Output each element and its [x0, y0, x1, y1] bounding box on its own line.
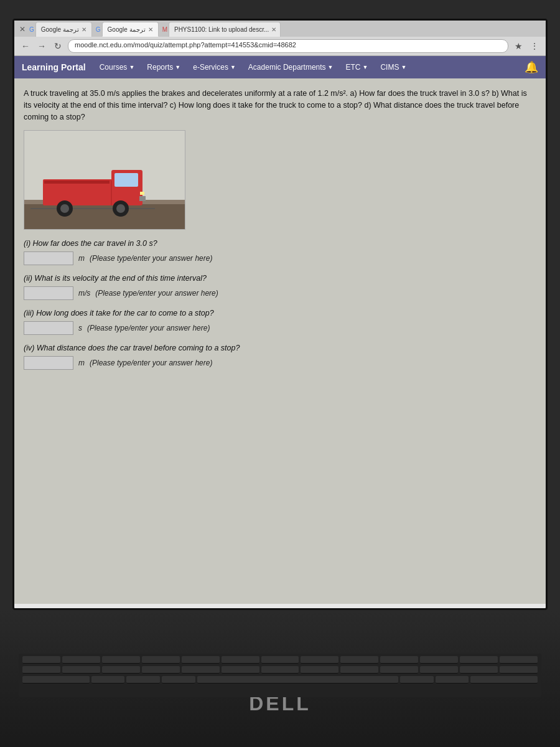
nav-courses-label: Courses: [100, 63, 128, 72]
notification-bell-icon[interactable]: 🔔: [525, 60, 538, 74]
part-iv-label: (iv) What distance does the car travel b…: [24, 344, 536, 352]
tab-favicon-1: G: [29, 26, 34, 33]
svg-rect-4: [44, 181, 110, 184]
keyboard-row-2: [19, 664, 541, 674]
tab-3-close[interactable]: ✕: [271, 26, 276, 33]
key: [420, 656, 458, 664]
bookmark-button[interactable]: ★: [512, 40, 525, 52]
eservices-chevron-icon: ▼: [230, 64, 236, 70]
svg-rect-10: [140, 192, 144, 195]
tab-2-close[interactable]: ✕: [148, 26, 153, 33]
part-ii-input[interactable]: [24, 286, 73, 300]
part-iii-label: (iii) How long does it take for the car …: [24, 309, 536, 317]
main-content: A truck traveling at 35.0 m/s applies th…: [14, 78, 546, 604]
question-part-i: (i) How far does the car travel in 3.0 s…: [24, 239, 536, 265]
part-iv-input[interactable]: [24, 356, 73, 370]
academic-chevron-icon: ▼: [328, 64, 334, 70]
key: [22, 676, 90, 684]
tab-1[interactable]: Google ترجمة ✕: [35, 22, 92, 37]
key: [261, 666, 299, 674]
keyboard-row-1: [19, 654, 541, 664]
tab-favicon-2: G: [96, 26, 101, 33]
tab-1-close[interactable]: ✕: [82, 26, 86, 33]
part-ii-unit: m/s: [78, 289, 90, 298]
key: [380, 666, 418, 674]
nav-cims[interactable]: CIMS ▼: [375, 60, 411, 74]
key: [102, 666, 140, 674]
key: [142, 666, 180, 674]
key: [470, 676, 538, 684]
key: [91, 676, 125, 684]
key: [22, 656, 60, 664]
address-bar[interactable]: moodle.nct.edu.om/mod/quiz/attempt.php?a…: [68, 39, 508, 53]
tab-3-label: PHYS1100: Link to upload descr...: [174, 26, 269, 33]
part-i-input[interactable]: [24, 251, 73, 265]
nav-eservices[interactable]: e-Services ▼: [188, 60, 241, 74]
part-i-unit: m: [78, 254, 85, 263]
menu-button[interactable]: ⋮: [528, 40, 541, 52]
part-iv-hint: (Please type/enter your answer here): [90, 359, 212, 367]
tab-3[interactable]: PHYS1100: Link to upload descr... ✕: [169, 22, 281, 37]
close-icon[interactable]: ✕: [19, 25, 26, 34]
laptop-bottom: DELL: [0, 610, 560, 747]
part-iv-unit: m: [78, 359, 85, 367]
part-iv-answer-row: m (Please type/enter your answer here): [24, 356, 536, 370]
svg-point-8: [116, 204, 125, 213]
key: [436, 676, 469, 684]
key: [400, 676, 434, 684]
part-iii-unit: s: [78, 324, 82, 332]
tab-favicon-3: M: [162, 26, 167, 33]
reports-chevron-icon: ▼: [175, 64, 180, 70]
key: [22, 666, 60, 674]
nav-reports-label: Reports: [147, 63, 173, 72]
key: [460, 666, 498, 674]
part-i-answer-row: m (Please type/enter your answer here): [24, 251, 536, 265]
nav-etc[interactable]: ETC ▼: [341, 60, 373, 74]
nav-logo[interactable]: Learning Portal: [22, 62, 86, 72]
tab-bar: ✕ G Google ترجمة ✕ G Google ترجمة ✕ M PH…: [14, 21, 546, 37]
nav-etc-label: ETC: [346, 63, 361, 72]
svg-rect-9: [139, 196, 146, 201]
refresh-button[interactable]: ↻: [52, 40, 64, 52]
key: [301, 656, 338, 664]
question-part-ii: (ii) What is its velocity at the end of …: [24, 274, 536, 300]
nav-academic-label: Academic Departments: [248, 63, 326, 72]
part-iii-input[interactable]: [24, 321, 73, 335]
key: [62, 666, 100, 674]
key: [380, 656, 418, 664]
nav-academic[interactable]: Academic Departments ▼: [243, 60, 338, 74]
key: [182, 656, 220, 664]
nav-eservices-label: e-Services: [193, 63, 228, 72]
screen-area: ✕ G Google ترجمة ✕ G Google ترجمة ✕ M PH…: [12, 19, 548, 610]
tab-2[interactable]: Google ترجمة ✕: [102, 22, 159, 37]
key: [500, 666, 538, 674]
part-ii-hint: (Please type/enter your answer here): [95, 289, 218, 298]
key: [460, 656, 498, 664]
key: [420, 666, 458, 674]
tab-2-label: Google ترجمة: [108, 26, 146, 33]
key: [222, 666, 259, 674]
svg-point-6: [60, 204, 69, 213]
key: [340, 656, 378, 664]
cims-chevron-icon: ▼: [401, 64, 406, 70]
key: [340, 666, 378, 674]
spacebar: [197, 676, 398, 684]
question-part-iv: (iv) What distance does the car travel b…: [24, 344, 536, 370]
key: [182, 666, 220, 674]
question-text: A truck traveling at 35.0 m/s applies th…: [24, 88, 536, 123]
key: [162, 676, 195, 684]
key: [126, 676, 160, 684]
forward-button[interactable]: →: [35, 40, 48, 52]
part-ii-label: (ii) What is its velocity at the end of …: [24, 274, 536, 283]
nav-courses[interactable]: Courses ▼: [95, 60, 140, 74]
part-ii-answer-row: m/s (Please type/enter your answer here): [24, 286, 536, 300]
key: [222, 656, 259, 664]
tab-1-label: Google ترجمة: [41, 26, 79, 33]
courses-chevron-icon: ▼: [129, 64, 134, 70]
key: [102, 656, 140, 664]
key: [261, 656, 299, 664]
etc-chevron-icon: ▼: [363, 64, 368, 70]
nav-reports[interactable]: Reports ▼: [142, 60, 185, 74]
laptop-shell: ✕ G Google ترجمة ✕ G Google ترجمة ✕ M PH…: [0, 0, 560, 747]
back-button[interactable]: ←: [19, 40, 32, 52]
